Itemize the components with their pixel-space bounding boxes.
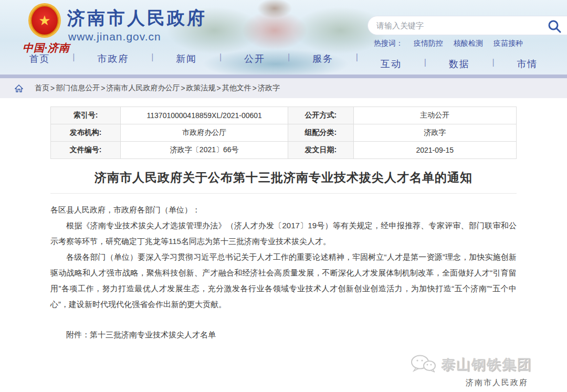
- page: ★ 中国·济南 济南市人民政府 www.jinan.gov.cn 热搜词： 疫情…: [0, 0, 567, 392]
- breadcrumb-item-other-documents[interactable]: 其他文件: [222, 83, 251, 93]
- meta-value-category: 济政字: [353, 124, 516, 142]
- nav-item-data[interactable]: 数据: [449, 58, 470, 70]
- nav-separator: |: [151, 52, 153, 62]
- document-body: 各区县人民政府，市政府各部门（单位）： 根据《济南专业技术拔尖人才选拔管理办法》…: [50, 202, 517, 343]
- star-icon: ★: [38, 14, 50, 27]
- salutation-line: 各区县人民政府，市政府各部门（单位）：: [50, 202, 517, 218]
- breadcrumb-item-home[interactable]: 首页: [35, 83, 49, 93]
- meta-label-issue-date: 发文日期:: [288, 142, 353, 159]
- paragraph-1: 根据《济南专业技术拔尖人才选拔管理办法》（济人才办发〔2017〕19号）等有关规…: [50, 218, 517, 249]
- site-banner: ★ 中国·济南 济南市人民政府 www.jinan.gov.cn 热搜词： 疫情…: [0, 0, 567, 75]
- search-icon[interactable]: [548, 19, 561, 35]
- nav-item-city-profile[interactable]: 市情: [517, 58, 538, 70]
- site-title: 济南市人民政府: [67, 6, 207, 30]
- national-emblem-logo: ★: [28, 3, 61, 38]
- breadcrumb-separator: >: [181, 84, 185, 92]
- page-title: 济南市人民政府关于公布第十三批济南专业技术拔尖人才名单的通知: [50, 169, 517, 194]
- nav-separator: |: [424, 58, 426, 67]
- meta-label-category: 组配分类:: [288, 124, 353, 142]
- watermark-text: 泰山钢铁集团: [441, 355, 532, 374]
- hot-search-item-vaccine[interactable]: 疫苗接种: [494, 39, 523, 48]
- nav-separator: |: [72, 52, 75, 62]
- breadcrumb: 首页 > 部门信息公开 > 济南市人民政府办公厅 > 政策法规 > 其他文件 >…: [0, 78, 567, 98]
- breadcrumb-item-jizhengzi[interactable]: 济政字: [258, 83, 280, 93]
- meta-label-issuing-agency: 发布机构:: [51, 124, 121, 142]
- search-input[interactable]: [368, 16, 567, 35]
- paragraph-2: 各级各部门（单位）要深入学习贯彻习近平总书记关于人才工作的重要论述精神，牢固树立…: [50, 249, 517, 312]
- document-content: 索引号: 1137010000418859XL/2021-00601 公开方式:…: [50, 98, 517, 343]
- meta-value-disclosure-method: 主动公开: [353, 107, 516, 124]
- watermark: 泰山钢铁集团: [410, 354, 532, 375]
- nav-item-disclosure[interactable]: 公开: [244, 52, 265, 65]
- meta-label-disclosure-method: 公开方式:: [288, 107, 353, 124]
- page-footer: 泰山钢铁集团 济南市人民政府: [410, 354, 532, 388]
- breadcrumb-item-info-disclosure[interactable]: 部门信息公开: [56, 83, 100, 93]
- hot-search-item-nucleic-acid[interactable]: 核酸检测: [454, 39, 483, 48]
- main-nav: 首页 | 市政府 | 新闻 | 公开 | 服务 | 互动 | 数据 | 市情: [0, 52, 567, 65]
- meta-label-document-number: 文件编号:: [51, 142, 121, 159]
- document-meta-table: 索引号: 1137010000418859XL/2021-00601 公开方式:…: [50, 107, 517, 159]
- table-row: 发布机构: 市政府办公厅 组配分类: 济政字: [51, 124, 517, 142]
- meta-value-index-number: 1137010000418859XL/2021-00601: [121, 107, 288, 124]
- meta-value-issue-date: 2021-09-15: [353, 142, 516, 159]
- nav-item-government[interactable]: 市政府: [97, 52, 129, 65]
- nav-item-interaction[interactable]: 互动: [381, 58, 402, 70]
- search-box[interactable]: [368, 16, 567, 35]
- attachment-line: 附件：第十三批济南专业技术拔尖人才名单: [50, 327, 517, 343]
- meta-value-document-number: 济政字〔2021〕66号: [121, 142, 288, 159]
- nav-item-services[interactable]: 服务: [312, 52, 333, 65]
- hot-search-item-epidemic[interactable]: 疫情防控: [414, 39, 443, 48]
- home-icon[interactable]: [15, 84, 23, 92]
- nav-item-home[interactable]: 首页: [29, 52, 50, 65]
- breadcrumb-item-policy-regulations[interactable]: 政策法规: [186, 83, 216, 93]
- breadcrumb-separator: >: [253, 84, 257, 92]
- breadcrumb-separator: >: [101, 84, 105, 92]
- breadcrumb-item-government-office[interactable]: 济南市人民政府办公厅: [106, 83, 180, 93]
- nav-separator: |: [288, 52, 290, 62]
- publisher-name: 济南市人民政府: [410, 378, 532, 388]
- table-row: 文件编号: 济政字〔2021〕66号 发文日期: 2021-09-15: [51, 142, 517, 159]
- meta-label-index-number: 索引号:: [51, 107, 121, 124]
- site-url: www.jinan.gov.cn: [68, 30, 161, 43]
- nav-separator: |: [356, 52, 358, 62]
- banner-bottom-strip: [0, 75, 567, 78]
- nav-separator: |: [219, 52, 222, 62]
- hot-search-label: 热搜词：: [374, 39, 403, 48]
- nav-item-news[interactable]: 新闻: [176, 52, 197, 65]
- wechat-icon: [410, 354, 437, 375]
- breadcrumb-separator: >: [217, 84, 221, 92]
- nav-separator: |: [492, 58, 495, 67]
- meta-value-issuing-agency: 市政府办公厅: [121, 124, 288, 142]
- breadcrumb-separator: >: [50, 84, 55, 92]
- table-row: 索引号: 1137010000418859XL/2021-00601 公开方式:…: [51, 107, 517, 124]
- hot-search-row: 热搜词： 疫情防控 核酸检测 疫苗接种: [374, 39, 523, 48]
